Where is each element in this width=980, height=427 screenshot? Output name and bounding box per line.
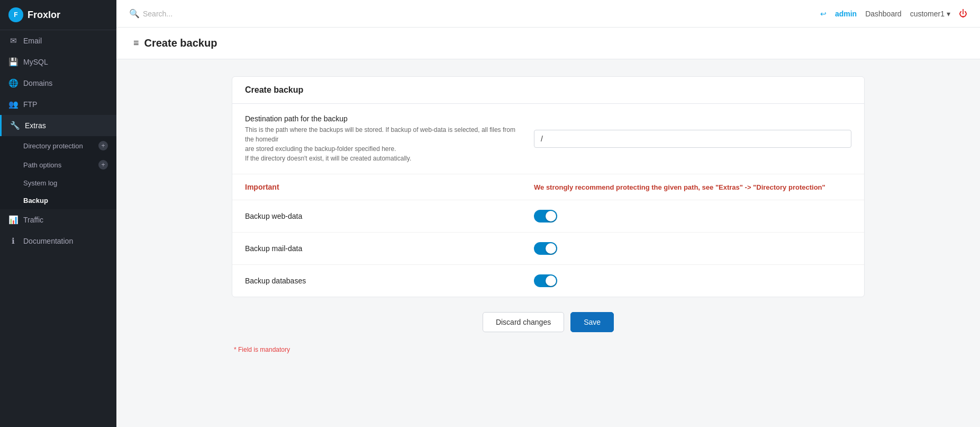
sidebar-item-label: FTP xyxy=(23,100,37,109)
destination-desc2: are stored excluding the backup-folder s… xyxy=(245,144,521,154)
toggle-thumb xyxy=(546,211,556,221)
dir-protection-plus-icon[interactable]: + xyxy=(98,141,108,150)
search-wrapper: 🔍 xyxy=(129,8,814,19)
sidebar: F Froxlor ✉ Email 💾 MySQL 🌐 Domains 👥 FT… xyxy=(0,0,116,427)
backup-web-control xyxy=(534,210,851,223)
customer-dropdown[interactable]: customer1 ▾ xyxy=(910,10,950,18)
backup-web-toggle[interactable] xyxy=(534,210,557,223)
sidebar-item-label: Documentation xyxy=(23,237,73,245)
power-icon[interactable]: ⏻ xyxy=(959,9,967,19)
sidebar-item-label: Traffic xyxy=(23,216,43,224)
destination-label-col: Destination path for the backup This is … xyxy=(245,114,521,163)
path-options-label: Path options xyxy=(23,161,61,169)
dir-protection-label: Directory protection xyxy=(23,142,83,150)
logo-icon: F xyxy=(8,7,23,22)
system-log-label: System log xyxy=(23,179,57,187)
sidebar-item-system-log[interactable]: System log xyxy=(0,174,116,192)
topbar: 🔍 ↩ admin Dashboard customer1 ▾ ⏻ xyxy=(116,0,980,28)
traffic-icon: 📊 xyxy=(8,215,18,225)
form-container: Create backup Destination path for the b… xyxy=(215,76,882,353)
docs-icon: ℹ xyxy=(8,236,18,246)
domains-icon: 🌐 xyxy=(8,78,18,88)
action-bar: Discard changes Save xyxy=(232,312,865,339)
important-message: We strongly recommend protecting the giv… xyxy=(534,183,851,191)
chevron-down-icon: ▾ xyxy=(947,10,950,18)
sidebar-item-label: Domains xyxy=(23,79,52,87)
destination-path-input[interactable] xyxy=(534,130,851,148)
create-backup-card: Create backup Destination path for the b… xyxy=(232,76,865,297)
topbar-right: ↩ admin Dashboard customer1 ▾ ⏻ xyxy=(820,9,967,19)
sidebar-item-ftp[interactable]: 👥 FTP xyxy=(0,94,116,115)
backup-db-row: Backup databases xyxy=(232,265,864,297)
sidebar-item-traffic[interactable]: 📊 Traffic xyxy=(0,209,116,230)
backup-mail-row: Backup mail-data xyxy=(232,233,864,265)
admin-link[interactable]: admin xyxy=(835,10,857,18)
sidebar-item-directory-protection[interactable]: Directory protection + xyxy=(0,136,116,155)
sidebar-item-label: MySQL xyxy=(23,58,48,66)
sidebar-item-path-options[interactable]: Path options + xyxy=(0,155,116,174)
destination-control-col xyxy=(534,130,851,148)
toggle-thumb xyxy=(546,275,556,286)
sidebar-item-label: Extras xyxy=(25,121,46,130)
customer-label: customer1 xyxy=(910,10,945,18)
logo-text: Froxlor xyxy=(28,10,60,21)
backup-mail-label: Backup mail-data xyxy=(245,244,534,253)
content-area: Create backup Destination path for the b… xyxy=(116,59,980,427)
toggle-thumb xyxy=(546,243,556,254)
sidebar-item-label: Email xyxy=(23,37,42,45)
search-input[interactable] xyxy=(143,10,249,18)
extras-icon: 🔧 xyxy=(10,121,20,130)
path-options-plus-icon[interactable]: + xyxy=(98,160,108,170)
backup-db-toggle[interactable] xyxy=(534,274,557,287)
mysql-icon: 💾 xyxy=(8,57,18,67)
dashboard-link[interactable]: Dashboard xyxy=(865,10,902,18)
sidebar-item-mysql[interactable]: 💾 MySQL xyxy=(0,51,116,73)
backup-db-label: Backup databases xyxy=(245,277,534,285)
email-icon: ✉ xyxy=(8,36,18,46)
backup-db-control xyxy=(534,274,851,287)
discard-button[interactable]: Discard changes xyxy=(483,312,564,332)
important-label: Important xyxy=(245,183,521,191)
backup-mail-toggle[interactable] xyxy=(534,242,557,255)
card-header: Create backup xyxy=(232,77,864,104)
search-icon: 🔍 xyxy=(129,8,140,19)
destination-desc1: This is the path where the backups will … xyxy=(245,125,521,144)
page-header: ≡ Create backup xyxy=(116,28,980,59)
backup-mail-control xyxy=(534,242,851,255)
important-row: Important We strongly recommend protecti… xyxy=(232,174,864,200)
logo: F Froxlor xyxy=(0,0,116,30)
backup-web-row: Backup web-data xyxy=(232,200,864,233)
main-area: 🔍 ↩ admin Dashboard customer1 ▾ ⏻ ≡ Crea… xyxy=(116,0,980,427)
ftp-icon: 👥 xyxy=(8,100,18,109)
sidebar-item-domains[interactable]: 🌐 Domains xyxy=(0,73,116,94)
extras-subnav: Directory protection + Path options + Sy… xyxy=(0,136,116,209)
page-header-icon: ≡ xyxy=(133,38,139,49)
mandatory-note: * Field is mandatory xyxy=(232,346,865,353)
save-button[interactable]: Save xyxy=(570,312,614,332)
sidebar-item-extras[interactable]: 🔧 Extras xyxy=(0,115,116,136)
destination-desc3: If the directory doesn't exist, it will … xyxy=(245,154,521,163)
sidebar-item-backup[interactable]: Backup xyxy=(0,192,116,209)
back-arrow-icon: ↩ xyxy=(820,10,827,18)
backup-web-label: Backup web-data xyxy=(245,212,534,220)
page-title: Create backup xyxy=(144,37,217,49)
destination-label: Destination path for the backup xyxy=(245,114,521,123)
backup-label: Backup xyxy=(23,197,48,204)
destination-row: Destination path for the backup This is … xyxy=(232,104,864,174)
sidebar-item-email[interactable]: ✉ Email xyxy=(0,30,116,51)
sidebar-item-documentation[interactable]: ℹ Documentation xyxy=(0,230,116,252)
